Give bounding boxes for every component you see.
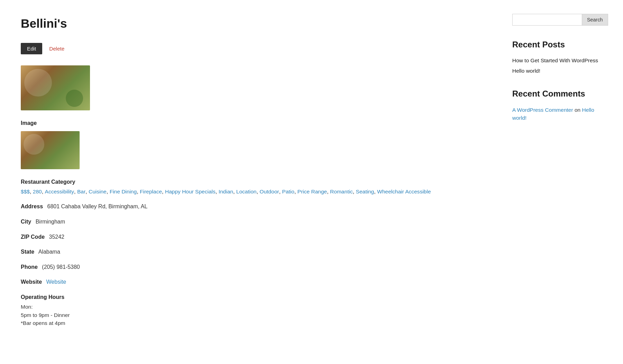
image-section-label: Image (21, 119, 491, 128)
comment-author-link[interactable]: A WordPress Commenter (512, 107, 573, 113)
page-wrapper: Bellini's Edit Delete Image Restaurant C… (0, 0, 623, 347)
restaurant-thumbnail-image (21, 131, 80, 169)
city-label: City (21, 219, 31, 225)
phone-field: Phone (205) 981-5380 (21, 263, 491, 272)
hours-list: Mon: 5pm to 9pm - Dinner *Bar opens at 4… (21, 303, 491, 327)
city-field: City Birmingham (21, 217, 491, 226)
category-tag[interactable]: Location (236, 189, 257, 194)
phone-label: Phone (21, 264, 38, 270)
main-content: Bellini's Edit Delete Image Restaurant C… (21, 14, 491, 333)
zip-label: ZIP Code (21, 234, 45, 240)
category-tag[interactable]: Patio (282, 189, 294, 194)
category-tags: $$$, 280, Accessibility, Bar, Cuisine, F… (21, 189, 431, 194)
action-bar: Edit Delete (21, 43, 491, 54)
hours-label: Operating Hours (21, 293, 489, 302)
category-tag[interactable]: Cuisine (89, 189, 107, 194)
category-tag[interactable]: Fireplace (140, 189, 162, 194)
search-widget: Search (512, 14, 602, 26)
hours-note: *Bar opens at 4pm (21, 319, 491, 327)
zip-field: ZIP Code 35242 (21, 233, 491, 242)
recent-post-link[interactable]: How to Get Started With WordPress (512, 57, 602, 64)
recent-posts-section: Recent Posts How to Get Started With Wor… (512, 38, 602, 75)
category-tag[interactable]: 280 (33, 189, 42, 194)
category-tag[interactable]: Bar (77, 189, 85, 194)
edit-button[interactable]: Edit (21, 43, 42, 54)
search-button[interactable]: Search (582, 14, 608, 26)
city-value: Birmingham (36, 219, 65, 225)
address-label: Address (21, 203, 43, 209)
recent-comments-section: Recent Comments A WordPress Commenter on… (512, 87, 602, 122)
address-value: 6801 Cahaba Valley Rd, Birmingham, AL (47, 203, 147, 209)
state-label: State (21, 249, 34, 255)
category-tag[interactable]: Outdoor (260, 189, 279, 194)
search-input[interactable] (512, 14, 582, 26)
zip-value: 35242 (49, 234, 65, 240)
recent-posts-list: How to Get Started With WordPressHello w… (512, 57, 602, 74)
delete-link[interactable]: Delete (49, 45, 64, 53)
hours-field: Operating Hours Mon: 5pm to 9pm - Dinner… (21, 293, 491, 327)
restaurant-title: Bellini's (21, 14, 491, 33)
website-label: Website (21, 279, 42, 285)
website-field: Website Website (21, 277, 491, 286)
category-field: Restaurant Category $$$, 280, Accessibil… (21, 178, 491, 196)
website-link[interactable]: Website (46, 279, 66, 285)
category-tag[interactable]: Romantic (330, 189, 353, 194)
recent-comment-text: A WordPress Commenter on Hello world! (512, 106, 602, 122)
search-form: Search (512, 14, 602, 26)
category-tag[interactable]: Happy Hour Specials (165, 189, 216, 194)
category-tag[interactable]: Fine Dining (110, 189, 137, 194)
category-tag[interactable]: Seating (356, 189, 374, 194)
category-tag[interactable]: Accessibility (45, 189, 74, 194)
category-tag[interactable]: Indian (218, 189, 233, 194)
phone-value: (205) 981-5380 (42, 264, 80, 270)
category-tag[interactable]: Wheelchair Accessible (377, 189, 431, 194)
recent-posts-title: Recent Posts (512, 38, 602, 51)
hours-time: 5pm to 9pm - Dinner (21, 311, 491, 319)
recent-post-link[interactable]: Hello world! (512, 67, 602, 75)
category-tag[interactable]: $$$ (21, 189, 30, 194)
hours-day: Mon: (21, 303, 491, 311)
sidebar: Search Recent Posts How to Get Started W… (512, 14, 602, 333)
comment-on: on (575, 107, 582, 113)
address-field: Address 6801 Cahaba Valley Rd, Birmingha… (21, 202, 491, 211)
restaurant-hero-image (21, 65, 90, 110)
recent-comments-title: Recent Comments (512, 87, 602, 100)
category-tag[interactable]: Price Range (297, 189, 327, 194)
state-field: State Alabama (21, 247, 491, 256)
category-label: Restaurant Category (21, 178, 489, 186)
state-value: Alabama (38, 249, 60, 255)
